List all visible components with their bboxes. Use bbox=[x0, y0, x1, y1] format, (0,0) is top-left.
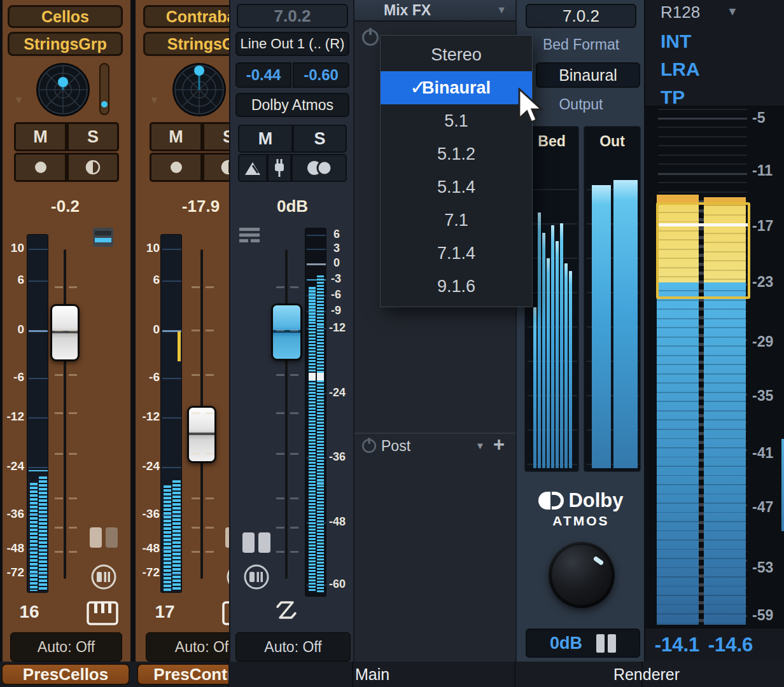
surround-panner[interactable] bbox=[172, 63, 226, 119]
preset-text: PresCellos bbox=[23, 665, 108, 684]
output-routing-box[interactable]: Line Out 1 (.. (R) bbox=[235, 32, 349, 56]
post-power-button[interactable] bbox=[362, 439, 376, 455]
scale-label: -36 bbox=[137, 507, 160, 521]
menu-item-5-1-4[interactable]: 5.1.4 bbox=[381, 170, 532, 204]
fader-value[interactable]: 0dB bbox=[230, 196, 354, 216]
trim-knob[interactable] bbox=[549, 542, 615, 608]
fader-track[interactable] bbox=[64, 249, 66, 579]
menu-item-7-1[interactable]: 7.1 bbox=[381, 204, 532, 237]
cellos-fader-cap[interactable] bbox=[50, 304, 80, 361]
keyboard-icon[interactable] bbox=[87, 600, 118, 628]
meter-tick bbox=[162, 378, 181, 379]
fader-tick bbox=[276, 412, 284, 414]
surround-panner[interactable] bbox=[36, 63, 90, 119]
preset-label-cellos[interactable]: PresCellos bbox=[1, 663, 130, 685]
bypass-eq-button[interactable] bbox=[267, 154, 291, 182]
renderer-config-box[interactable]: 7.0.2 bbox=[526, 4, 636, 28]
level-bar bbox=[164, 485, 171, 591]
fader-cap-line bbox=[189, 433, 214, 435]
post-add-button[interactable]: + bbox=[493, 433, 505, 456]
loudness-chevron-icon[interactable]: ▼ bbox=[727, 5, 738, 18]
solo-button[interactable]: S bbox=[202, 122, 229, 151]
menu-item-9-1-6[interactable]: 9.1.6 bbox=[381, 270, 532, 303]
zigzag-icon[interactable] bbox=[272, 600, 298, 627]
rack-header[interactable]: Mix FX ▼ bbox=[354, 0, 517, 22]
slider-handle[interactable] bbox=[101, 101, 108, 108]
pause-bars-icon[interactable] bbox=[242, 532, 271, 556]
bypass-inserts-button[interactable] bbox=[238, 154, 267, 182]
peak-value: -14.6 bbox=[708, 634, 753, 656]
atmos-wordmark: ATMOS bbox=[517, 513, 645, 529]
monitor-button[interactable] bbox=[67, 153, 119, 182]
fader-value[interactable]: -17.9 bbox=[136, 196, 229, 216]
hamburger-icon[interactable] bbox=[239, 226, 261, 244]
grid-line bbox=[658, 155, 747, 156]
channel-title[interactable]: Cellos bbox=[8, 5, 123, 28]
renderer-zone-label[interactable]: Renderer bbox=[515, 662, 778, 687]
post-chevron-icon[interactable]: ▼ bbox=[475, 440, 485, 451]
automation-box[interactable]: Auto: Of bbox=[146, 632, 229, 662]
routing-box[interactable]: StringsG bbox=[143, 32, 229, 56]
expand-triangle-icon[interactable]: ▼ bbox=[149, 94, 160, 107]
menu-item-binaural[interactable]: ✓ Binaural bbox=[381, 71, 532, 104]
scale-label: -36 bbox=[329, 450, 346, 464]
menu-item-5-1-2[interactable]: 5.1.2 bbox=[381, 137, 532, 170]
circle-bars-icon[interactable] bbox=[243, 564, 270, 593]
automation-box[interactable]: Auto: Off bbox=[235, 632, 351, 662]
scale-label: -41 bbox=[752, 445, 773, 462]
solo-button[interactable]: S bbox=[293, 125, 347, 153]
pause-bars-icon[interactable] bbox=[225, 527, 229, 551]
peak-left-box[interactable]: -0.44 bbox=[235, 62, 291, 88]
channel-title[interactable]: Contraba bbox=[143, 5, 229, 28]
mute-button[interactable]: M bbox=[150, 122, 202, 151]
meter-tick bbox=[307, 263, 326, 265]
mute-button[interactable]: M bbox=[238, 125, 293, 153]
config-text: 7.0.2 bbox=[274, 6, 311, 26]
mute-label: M bbox=[169, 127, 183, 147]
record-enable-button[interactable] bbox=[150, 153, 202, 182]
pause-bars-icon[interactable] bbox=[596, 634, 616, 653]
insert-plugin-box[interactable]: Dolby Atmos bbox=[235, 93, 349, 117]
scale-label: -24 bbox=[1, 459, 24, 473]
fader-track[interactable] bbox=[285, 249, 288, 579]
fader-value[interactable]: -0.2 bbox=[0, 196, 130, 216]
mute-label: M bbox=[258, 129, 273, 149]
main-zone-label[interactable]: Main bbox=[229, 662, 515, 687]
channel-config-box[interactable]: 7.0.2 bbox=[237, 4, 348, 28]
rack-power-button[interactable] bbox=[362, 29, 379, 48]
fader-value-text: -0.2 bbox=[51, 197, 80, 216]
meter-tick bbox=[29, 249, 48, 250]
keyboard-icon[interactable] bbox=[222, 600, 229, 628]
circle-bars-icon[interactable] bbox=[90, 564, 117, 593]
monitor-button[interactable] bbox=[202, 153, 229, 182]
menu-item-stereo[interactable]: Stereo bbox=[381, 38, 532, 71]
scale-label: -12 bbox=[1, 410, 24, 424]
menu-item-7-1-4[interactable]: 7.1.4 bbox=[381, 237, 532, 270]
loudness-bar-blue bbox=[657, 282, 699, 625]
channel-strip-contrabass: Contraba StringsG ▼ M S bbox=[136, 0, 229, 662]
bypass-sends-button[interactable] bbox=[291, 154, 347, 182]
expand-triangle-icon[interactable]: ▼ bbox=[13, 94, 24, 107]
renderer-trim-box[interactable]: 0dB bbox=[526, 628, 640, 658]
solo-button[interactable]: S bbox=[67, 122, 119, 151]
peak-right-box[interactable]: -0.60 bbox=[293, 62, 349, 88]
menu-item-5-1[interactable]: 5.1 bbox=[381, 104, 532, 137]
loudness-peak-left: -14.1 bbox=[652, 634, 703, 656]
mono-balance-slider[interactable] bbox=[99, 63, 109, 115]
automation-box[interactable]: Auto: Off bbox=[10, 632, 122, 662]
stat-int: INT -17.1 bbox=[661, 31, 767, 52]
routing-box[interactable]: StringsGrp bbox=[8, 32, 123, 56]
record-enable-button[interactable] bbox=[14, 153, 67, 182]
preset-label-contrabass[interactable]: PresContral bbox=[137, 663, 228, 685]
main-fader-cap[interactable] bbox=[271, 303, 302, 361]
bed-format-label-text: Bed Format bbox=[543, 36, 619, 53]
menu-item-label: Stereo bbox=[431, 45, 482, 65]
bed-format-select[interactable]: Binaural bbox=[536, 62, 640, 88]
bed-bar bbox=[547, 258, 550, 468]
pause-bars-icon[interactable] bbox=[89, 527, 118, 551]
fader-tick bbox=[55, 286, 63, 288]
chevron-down-icon[interactable]: ▼ bbox=[496, 4, 507, 16]
post-section-label[interactable]: Post bbox=[381, 438, 410, 455]
mute-button[interactable]: M bbox=[14, 122, 67, 151]
loudness-mode[interactable]: R128 bbox=[661, 3, 700, 22]
